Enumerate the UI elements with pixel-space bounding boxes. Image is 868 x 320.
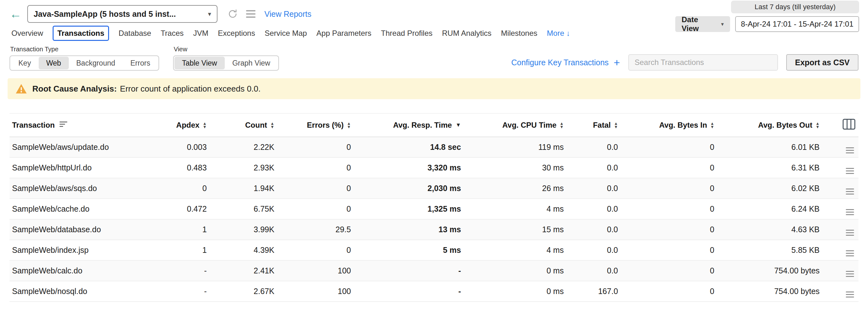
tab-app-parameters[interactable]: App Parameters [316,29,371,38]
tab-database[interactable]: Database [119,29,151,38]
cell-count: 4.39K [214,240,281,260]
cell-avg-cpu-time: 15 ms [468,219,570,240]
column-label: Avg. Bytes In [659,121,707,130]
transaction-type-option-background[interactable]: Background [69,57,123,69]
transaction-type-option-errors[interactable]: Errors [123,57,158,69]
cell-avg-resp-time: - [358,260,468,281]
date-cluster: Last 7 days (till yesterday) Date View ▾… [675,1,859,32]
col-header-fatal[interactable]: Fatal▲▼ [570,114,625,137]
cell-fatal: 0.0 [570,219,625,240]
tab-exceptions[interactable]: Exceptions [218,29,255,38]
cell-apdex: - [159,281,214,301]
transaction-filter-icon[interactable] [59,121,67,130]
cell-apdex: 0 [159,178,214,199]
search-transactions-input[interactable] [628,54,778,71]
transactions-tbody: SampleWeb/aws/update.do0.0032.22K014.8 s… [9,137,859,301]
row-actions-icon[interactable] [846,168,854,174]
tab-service-map[interactable]: Service Map [265,29,307,38]
row-actions-icon[interactable] [846,230,854,236]
cell-errors-pct: 0 [281,137,358,157]
cell-fatal: 0.0 [570,157,625,178]
view-group: View Table ViewGraph View [173,45,279,71]
sort-icon: ▲▼ [710,122,714,129]
transaction-name[interactable]: SampleWeb/httpUrl.do [9,157,159,178]
col-header-count[interactable]: Count▲▼ [214,114,281,137]
column-picker-icon[interactable] [843,119,855,130]
transaction-type-option-web[interactable]: Web [39,57,69,69]
export-csv-button[interactable]: Export as CSV [786,54,859,71]
transaction-type-label: Transaction Type [9,45,159,53]
row-actions-cell [827,199,859,219]
cell-apdex: 1 [159,219,214,240]
transaction-name[interactable]: SampleWeb/index.jsp [9,240,159,260]
row-actions-icon[interactable] [846,147,854,153]
cell-avg-cpu-time: 4 ms [468,199,570,219]
cell-avg-bytes-in: 0 [625,260,721,281]
cell-avg-cpu-time: 119 ms [468,137,570,157]
warning-icon [16,84,27,93]
cell-avg-resp-time: 1,325 ms [358,199,468,219]
app-selector-dropdown[interactable]: Java-SampleApp (5 hosts and 5 inst... ▾ [27,5,217,23]
row-actions-icon[interactable] [846,209,854,215]
row-actions-icon[interactable] [846,291,854,297]
transaction-name[interactable]: SampleWeb/aws/update.do [9,137,159,157]
tab-rum-analytics[interactable]: RUM Analytics [442,29,491,38]
row-actions-icon[interactable] [846,271,854,277]
configure-key-transactions-label: Configure Key Transactions [512,58,609,67]
tab-more[interactable]: More ↓ [547,29,570,38]
cell-count: 3.99K [214,219,281,240]
col-header-avg-bytes-out[interactable]: Avg. Bytes Out▲▼ [721,114,827,137]
date-view-button[interactable]: Date View ▾ [675,16,730,32]
cell-apdex: 0.472 [159,199,214,219]
cell-count: 1.94K [214,178,281,199]
transaction-name[interactable]: SampleWeb/aws/sqs.do [9,178,159,199]
col-header-avg-cpu-time[interactable]: Avg. CPU Time▲▼ [468,114,570,137]
tab-overview[interactable]: Overview [11,29,43,38]
col-header-avg-resp-time[interactable]: Avg. Resp. Time▼ [358,114,468,137]
tab-jvm[interactable]: JVM [193,29,208,38]
row-actions-icon[interactable] [846,250,854,256]
view-option-table-view[interactable]: Table View [174,57,225,69]
col-header-avg-bytes-in[interactable]: Avg. Bytes In▲▼ [625,114,721,137]
cell-avg-bytes-out: 6.02 KB [721,178,827,199]
back-icon[interactable]: ← [9,8,22,20]
cell-avg-cpu-time: 4 ms [468,240,570,260]
cell-avg-bytes-in: 0 [625,219,721,240]
list-menu-icon[interactable] [246,10,255,18]
row-actions-icon[interactable] [846,189,854,195]
cell-avg-bytes-in: 0 [625,199,721,219]
transaction-name[interactable]: SampleWeb/calc.do [9,260,159,281]
configure-key-transactions-link[interactable]: Configure Key Transactions + [512,57,620,68]
transaction-name[interactable]: SampleWeb/nosql.do [9,281,159,301]
cell-avg-resp-time: 3,320 ms [358,157,468,178]
cell-avg-bytes-in: 0 [625,281,721,301]
cell-avg-bytes-out: 6.01 KB [721,137,827,157]
cell-fatal: 0.0 [570,260,625,281]
transaction-row: SampleWeb/calc.do-2.41K100-0 ms0.00754.0… [9,260,859,281]
transaction-name[interactable]: SampleWeb/database.do [9,219,159,240]
transaction-row: SampleWeb/nosql.do-2.67K100-0 ms167.0075… [9,281,859,301]
view-option-graph-view[interactable]: Graph View [225,57,278,69]
tab-thread-profiles[interactable]: Thread Profiles [381,29,433,38]
col-header-errors[interactable]: Errors (%)▲▼ [281,114,358,137]
refresh-icon[interactable] [228,9,238,19]
cell-count: 6.75K [214,199,281,219]
cell-avg-cpu-time: 0 ms [468,281,570,301]
col-header-apdex[interactable]: Apdex▲▼ [159,114,214,137]
transaction-type-option-key[interactable]: Key [11,57,39,69]
tab-transactions[interactable]: Transactions [53,26,109,41]
tab-traces[interactable]: Traces [161,29,184,38]
banner-message: Error count of application exceeds 0.0. [120,84,260,94]
column-label: Errors (%) [307,121,344,130]
cell-avg-bytes-in: 0 [625,157,721,178]
sort-icon: ▲▼ [347,122,351,129]
date-range-display[interactable]: 8-Apr-24 17:01 - 15-Apr-24 17:01 [735,16,859,32]
view-reports-link[interactable]: View Reports [265,9,311,19]
tab-milestones[interactable]: Milestones [501,29,537,38]
transaction-name[interactable]: SampleWeb/cache.do [9,199,159,219]
col-header-transaction[interactable]: Transaction [9,114,159,137]
column-picker-header[interactable] [827,114,859,137]
plus-icon[interactable]: + [614,57,620,68]
row-actions-cell [827,137,859,157]
cell-avg-cpu-time: 30 ms [468,157,570,178]
